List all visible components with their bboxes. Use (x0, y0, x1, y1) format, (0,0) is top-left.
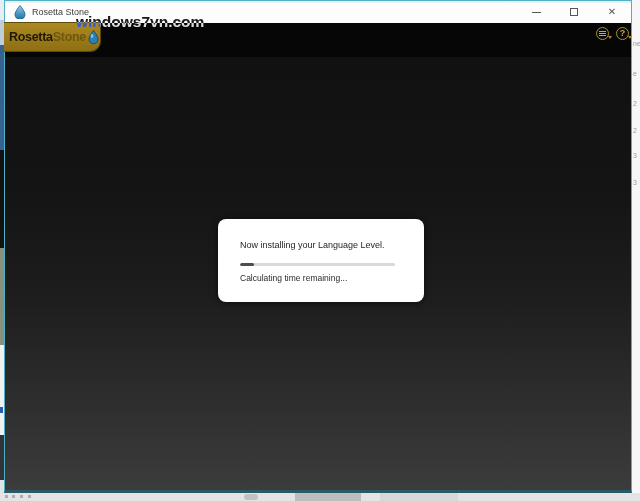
screenshot-root: ne e 2 2 3 3 Rosetta Stone (0, 0, 640, 501)
rosetta-stone-drop-icon (14, 5, 26, 19)
window-titlebar: Rosetta Stone ✕ (5, 1, 631, 23)
desktop-text-fragment: 2 (633, 100, 637, 107)
desktop-fragment (20, 495, 23, 498)
app-header: RosettaStone ? (5, 23, 631, 57)
desktop-fragment (5, 495, 8, 498)
progress-bar (240, 263, 395, 266)
logo-text-stone: Stone (53, 30, 86, 44)
desktop-fragment (28, 495, 31, 498)
question-mark-icon: ? (620, 29, 626, 38)
desktop-right-sliver: ne e 2 2 3 3 (632, 0, 640, 501)
help-icon[interactable]: ? (616, 27, 629, 40)
desktop-fragment (12, 495, 15, 498)
rosetta-stone-window: Rosetta Stone ✕ RosettaStone (4, 0, 632, 493)
rosetta-stone-drop-icon (88, 30, 99, 44)
preferences-menu-icon[interactable] (596, 27, 609, 40)
desktop-text-fragment: 3 (633, 179, 637, 186)
window-title: Rosetta Stone (32, 7, 89, 17)
main-content: Now installing your Language Level. Calc… (5, 57, 631, 490)
maximize-icon (570, 8, 578, 16)
taskbar-fragment (295, 493, 361, 501)
menu-lines-icon (599, 33, 606, 34)
rosetta-stone-logo-badge: RosettaStone (4, 22, 101, 52)
caption-buttons: ✕ (517, 1, 631, 23)
minimize-button[interactable] (517, 1, 555, 23)
logo-text-rosetta: Rosetta (9, 30, 53, 44)
header-toolbar: ? (596, 27, 629, 40)
chevron-down-icon (608, 36, 612, 39)
taskbar-fragment (380, 493, 458, 501)
install-message: Now installing your Language Level. (240, 240, 402, 250)
progress-fill (240, 263, 254, 266)
close-icon: ✕ (608, 7, 616, 17)
time-remaining-status: Calculating time remaining... (240, 273, 402, 283)
chevron-down-icon (628, 36, 632, 39)
close-button[interactable]: ✕ (593, 1, 631, 23)
desktop-text-fragment: e (633, 70, 637, 77)
desktop-text-fragment: 2 (633, 127, 637, 134)
desktop-text-fragment: ne (633, 40, 640, 47)
install-progress-dialog: Now installing your Language Level. Calc… (218, 219, 424, 302)
minimize-icon (532, 12, 541, 13)
desktop-bottom-sliver (0, 493, 640, 501)
desktop-fragment (244, 494, 258, 500)
maximize-button[interactable] (555, 1, 593, 23)
desktop-text-fragment: 3 (633, 152, 637, 159)
desktop-fragment (0, 407, 3, 413)
